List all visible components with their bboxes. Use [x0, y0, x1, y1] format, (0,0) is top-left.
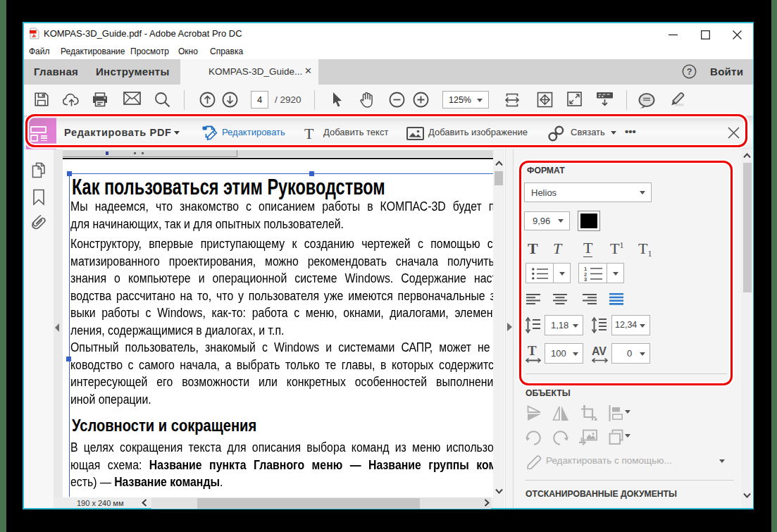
svg-text:?: ? [687, 67, 692, 77]
